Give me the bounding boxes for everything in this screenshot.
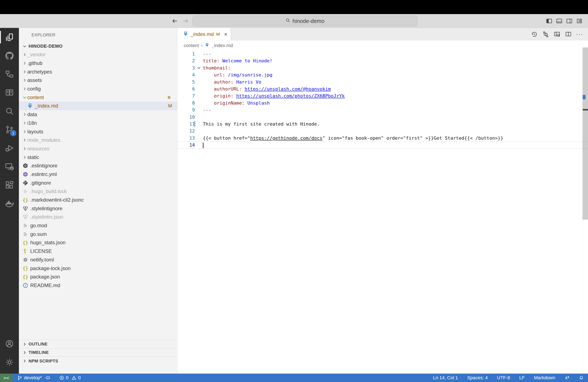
- tree-item-stylelintrc-json[interactable]: .stylelintrc.json: [19, 213, 177, 221]
- toggle-primary-sidebar-icon[interactable]: [546, 18, 553, 24]
- split-editor-icon[interactable]: [565, 30, 572, 38]
- code-line-2[interactable]: 2title: Welcome to Hinode!: [177, 57, 588, 64]
- eol-status[interactable]: LF: [519, 375, 525, 381]
- toggle-panel-icon[interactable]: [556, 18, 563, 24]
- project-icon[interactable]: [0, 65, 19, 83]
- problems-status-item[interactable]: 0 0: [59, 375, 81, 381]
- code-line-9[interactable]: 9---: [177, 106, 588, 113]
- tree-item-layouts[interactable]: layouts: [19, 127, 177, 136]
- breadcrumb-file[interactable]: _index.md: [211, 43, 233, 48]
- panel-npm-scripts[interactable]: NPM SCRIPTS: [19, 357, 177, 365]
- explorer-icon[interactable]: [0, 28, 19, 46]
- line-number: 13: [177, 135, 195, 142]
- code-line-12[interactable]: 12: [177, 127, 588, 134]
- code-line-5[interactable]: 5 author: Harris Vo: [177, 79, 588, 85]
- encoding-status[interactable]: UTF-8: [497, 375, 510, 381]
- tab-index-md[interactable]: _index.md M ×: [177, 28, 231, 41]
- branch-status-item[interactable]: develop*: [17, 375, 50, 381]
- tree-item-data[interactable]: data: [19, 110, 177, 119]
- notifications-bell-icon[interactable]: [579, 375, 584, 380]
- workspace-root-folder[interactable]: HINODE-DEMO: [19, 42, 177, 50]
- tree-item-resources[interactable]: resources: [19, 145, 177, 153]
- settings-gear-icon[interactable]: [0, 353, 19, 372]
- tree-item-index-md[interactable]: _index.mdM: [19, 102, 177, 110]
- tree-item-vendor[interactable]: _vendor: [19, 50, 177, 59]
- tree-item-github[interactable]: .github: [19, 59, 177, 68]
- command-center-search[interactable]: hinode-demo: [192, 16, 418, 26]
- tree-item-assets[interactable]: assets: [19, 76, 177, 85]
- line-content: originName: Unsplash: [203, 100, 270, 106]
- feedback-icon[interactable]: [565, 375, 569, 380]
- tree-item-netlify-toml[interactable]: netlify.toml: [19, 255, 177, 264]
- panel-outline[interactable]: OUTLINE: [19, 340, 177, 348]
- code-line-8[interactable]: 8 originName: Unsplash: [177, 100, 588, 106]
- fold-chevron-icon[interactable]: [196, 64, 202, 71]
- cursor-position-status[interactable]: Ln 14, Col 1: [433, 375, 458, 381]
- tree-item-label: package-lock.json: [30, 265, 71, 271]
- tab-close-icon[interactable]: ×: [224, 31, 227, 38]
- code-area[interactable]: 1---2title: Welcome to Hinode!3thumbnail…: [177, 50, 588, 149]
- tree-item-label: .stylelintignore: [30, 206, 62, 212]
- account-icon[interactable]: [0, 335, 19, 353]
- line-number: 6: [177, 85, 195, 92]
- code-line-11[interactable]: 11This is my first site created with Hin…: [177, 121, 588, 127]
- code-line-6[interactable]: 6 authorURL: https://unsplash.com/@hoanv…: [177, 85, 588, 92]
- tree-item-gitignore[interactable]: .gitignore: [19, 178, 177, 187]
- language-mode-status[interactable]: Markdown: [534, 375, 555, 381]
- tree-item-node-modules[interactable]: node_modules: [19, 136, 177, 145]
- scrollbar-slider[interactable]: [583, 47, 588, 220]
- tree-item-hugo-build-lock[interactable]: .hugo_build.lock: [19, 187, 177, 196]
- code-line-4[interactable]: 4 url: /img/sunrise.jpg: [177, 71, 588, 78]
- navigate-forward-button[interactable]: [181, 14, 190, 28]
- open-preview-side-icon[interactable]: [553, 30, 561, 38]
- tree-item-readme-md[interactable]: README.md: [19, 281, 177, 290]
- source-control-icon[interactable]: 1: [0, 120, 19, 139]
- editor-scrollbar[interactable]: [583, 47, 588, 374]
- breadcrumb[interactable]: content › _index.md: [177, 41, 588, 50]
- code-line-1[interactable]: 1---: [177, 50, 588, 57]
- tree-item-label: .eslintignore: [30, 163, 57, 169]
- timeline-history-icon[interactable]: [530, 30, 538, 38]
- code-line-7[interactable]: 7 origin: https://unsplash.com/photos/ZX…: [177, 92, 588, 99]
- code-line-10[interactable]: 10: [177, 114, 588, 121]
- remote-explorer-icon[interactable]: [0, 157, 19, 176]
- tree-item-stylelintignore[interactable]: .stylelintignore: [19, 204, 177, 213]
- code-line-3[interactable]: 3thumbnail:: [177, 64, 588, 71]
- json-icon: {}: [22, 239, 29, 246]
- extensions-icon[interactable]: [0, 176, 19, 194]
- tree-item-archetypes[interactable]: archetypes: [19, 67, 177, 76]
- chevron-right-icon: [22, 86, 27, 92]
- chevron-right-icon: [22, 350, 27, 355]
- more-actions-icon[interactable]: ···: [576, 30, 583, 38]
- code-line-14[interactable]: 14: [177, 142, 588, 149]
- tree-item-package-lock-json[interactable]: {}package-lock.json: [19, 264, 177, 273]
- remote-indicator[interactable]: ><: [0, 374, 13, 382]
- indentation-status[interactable]: Spaces: 4: [467, 375, 488, 381]
- run-debug-icon[interactable]: [0, 139, 19, 157]
- toggle-secondary-sidebar-icon[interactable]: [566, 18, 573, 24]
- tree-item-go-mod[interactable]: go.mod: [19, 221, 177, 230]
- tree-item-config[interactable]: config: [19, 85, 177, 93]
- tree-item-static[interactable]: static: [19, 153, 177, 162]
- breadcrumb-folder[interactable]: content: [184, 43, 199, 48]
- compare-changes-icon[interactable]: [542, 30, 549, 38]
- docker-icon[interactable]: [0, 194, 19, 213]
- customize-layout-icon[interactable]: [576, 18, 583, 24]
- stylelint-dim-icon: [22, 214, 29, 220]
- docs-book-icon[interactable]: [0, 83, 19, 102]
- tree-item-label: README.md: [30, 282, 60, 288]
- tree-item-i18n[interactable]: i18n: [19, 119, 177, 127]
- tree-item-license[interactable]: LICENSE: [19, 247, 177, 255]
- tree-item-markdownlint-cli2-jsonc[interactable]: {}.markdownlint-cli2.jsonc: [19, 196, 177, 204]
- code-line-13[interactable]: 13{{< button href="https://gethinode.com…: [177, 135, 588, 142]
- tree-item-eslintignore[interactable]: .eslintignore: [19, 162, 177, 170]
- tree-item-eslintrc-yml[interactable]: .eslintrc.yml: [19, 170, 177, 179]
- tree-item-content[interactable]: content: [19, 93, 177, 102]
- tree-item-go-sum[interactable]: go.sum: [19, 230, 177, 238]
- tree-item-hugo-stats-json[interactable]: {}hugo_stats.json: [19, 238, 177, 247]
- search-icon[interactable]: [0, 102, 19, 120]
- github-icon[interactable]: [0, 46, 19, 65]
- tree-item-package-json[interactable]: {}package.json: [19, 273, 177, 281]
- navigate-back-button[interactable]: [170, 14, 179, 28]
- panel-timeline[interactable]: TIMELINE: [19, 348, 177, 357]
